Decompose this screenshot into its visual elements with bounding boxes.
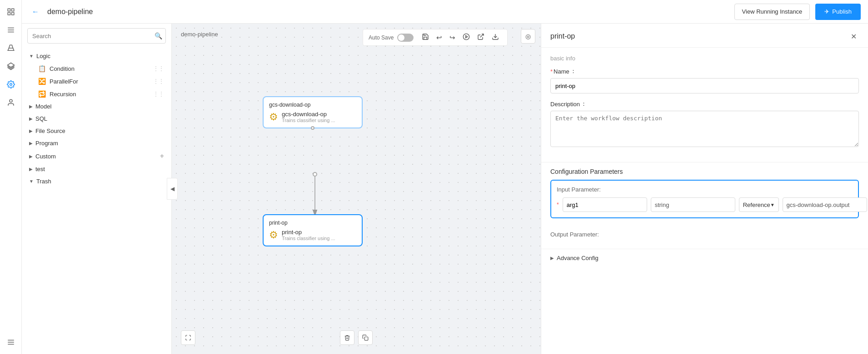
canvas-toolbar: Auto Save ↩ ↪ (363, 29, 508, 46)
svg-point-13 (464, 34, 469, 39)
config-section: Configuration Parameters Input Parameter… (541, 162, 868, 231)
close-panel-button[interactable]: ✕ (848, 31, 859, 42)
custom-group-label: Custom (35, 153, 56, 160)
name-required-mark: * (550, 68, 553, 75)
parallelfor-icon: 🔀 (38, 78, 46, 85)
group-logic[interactable]: ▼ Logic (22, 50, 171, 62)
param-row: * Reference ▼ (557, 197, 853, 212)
param-ref-select-label: Reference (743, 202, 770, 208)
model-expand-arrow: ▶ (29, 104, 33, 109)
custom-add-button[interactable]: + (160, 152, 164, 160)
sidebar-item-recursion[interactable]: 🔁 Recursion ⋮⋮ (22, 88, 171, 100)
autosave-label: Auto Save (369, 34, 394, 41)
view-running-button[interactable]: View Running Instance (734, 4, 810, 20)
redo-icon-btn[interactable]: ↪ (447, 32, 458, 44)
node-print-title: print-op (269, 220, 356, 226)
group-trash[interactable]: ▼ Trash (22, 175, 171, 187)
parallelfor-drag-icon: ⋮⋮ (153, 78, 164, 84)
svg-point-8 (10, 84, 12, 86)
menu-icon-btn[interactable] (3, 334, 19, 350)
search-icon: 🔍 (155, 32, 162, 39)
trash-expand-arrow: ▼ (29, 179, 34, 184)
save-icon-btn[interactable] (419, 31, 432, 44)
param-ref-select[interactable]: Reference ▼ (739, 197, 779, 212)
basic-info-section: basic info * Name ： Description ： (541, 48, 868, 162)
recursion-drag-icon: ⋮⋮ (153, 91, 164, 97)
param-name-input[interactable] (563, 197, 647, 212)
advance-config-label: Advance Config (557, 255, 599, 261)
gear-icon-btn[interactable] (3, 76, 19, 93)
group-test[interactable]: ▶ test (22, 163, 171, 175)
home-icon-btn[interactable] (3, 4, 19, 20)
program-group-label: Program (35, 140, 58, 147)
logic-expand-arrow: ▼ (29, 54, 34, 59)
svg-rect-19 (364, 337, 368, 340)
back-button[interactable]: ← (29, 5, 42, 18)
flask-icon-btn[interactable] (3, 40, 19, 56)
description-field: Description ： (550, 100, 859, 148)
copy-node-btn[interactable] (358, 330, 373, 345)
sidebar-item-parallelfor[interactable]: 🔀 ParallelFor ⋮⋮ (22, 75, 171, 88)
publish-label: Publish (832, 8, 852, 15)
list-icon-btn[interactable] (3, 22, 19, 38)
search-input[interactable] (27, 28, 166, 44)
param-required-mark: * (557, 202, 559, 208)
content-area: 🔍 ▼ Logic 📋 Condition ⋮⋮ 🔀 (22, 24, 868, 354)
header: ← demo-pipeline View Running Instance ✈ … (22, 0, 868, 24)
right-panel: print-op ✕ basic info * Name ： Descripti… (541, 24, 868, 354)
sql-expand-arrow: ▶ (29, 116, 33, 121)
svg-point-18 (313, 172, 317, 176)
input-param-label: Input Parameter: (557, 186, 853, 193)
publish-button[interactable]: ✈ Publish (815, 4, 861, 20)
input-param-block: Input Parameter: * Reference ▼ (550, 180, 859, 218)
output-param-section: Output Parameter: (541, 231, 868, 249)
name-field: * Name ： (550, 67, 859, 93)
advance-config-toggle[interactable]: ▶ Advance Config (550, 249, 859, 267)
condition-icon: 📋 (38, 65, 46, 72)
node-gcs-download-op[interactable]: gcs-download-op ⚙ gcs-download-op Trains… (263, 96, 363, 128)
page-title: demo-pipeline (47, 8, 729, 16)
name-input[interactable] (550, 78, 859, 93)
target-icon-btn[interactable]: ◎ (521, 29, 535, 44)
group-program[interactable]: ▶ Program (22, 137, 171, 149)
delete-node-btn[interactable] (340, 330, 354, 345)
export-icon-btn[interactable] (474, 31, 487, 44)
description-input[interactable] (550, 111, 859, 147)
svg-point-9 (10, 99, 12, 102)
import-icon-btn[interactable] (489, 31, 502, 44)
group-sql[interactable]: ▶ SQL (22, 113, 171, 125)
node-gcs-title: gcs-download-op (269, 102, 356, 108)
recursion-label: Recursion (50, 91, 76, 98)
group-filesource[interactable]: ▶ File Source (22, 125, 171, 137)
sidebar-item-condition[interactable]: 📋 Condition ⋮⋮ (22, 62, 171, 75)
name-colon: ： (570, 67, 576, 75)
right-panel-header: print-op ✕ (541, 24, 868, 48)
collapse-panel-button[interactable]: ◀ (167, 178, 178, 200)
condition-drag-icon: ⋮⋮ (153, 65, 164, 72)
autosave-toggle[interactable] (397, 34, 414, 42)
component-list: ▼ Logic 📋 Condition ⋮⋮ 🔀 ParallelFor ⋮⋮ (22, 48, 171, 354)
canvas-area: demo-pipeline Auto Save ↩ ↪ (172, 24, 541, 354)
run-icon-btn[interactable] (460, 31, 473, 44)
canvas-connections (172, 24, 541, 354)
group-custom[interactable]: ▶ Custom + (22, 149, 171, 163)
desc-field-label: Description (550, 101, 580, 108)
logic-group-label: Logic (36, 53, 50, 59)
config-title: Configuration Parameters (550, 162, 859, 180)
recursion-icon: 🔁 (38, 90, 46, 98)
node-print-op[interactable]: print-op ⚙ print-op Trains classifier us… (263, 214, 363, 246)
undo-icon-btn[interactable]: ↩ (434, 32, 445, 44)
name-field-label: Name (554, 68, 569, 75)
fit-view-btn[interactable] (181, 330, 195, 345)
param-value-input[interactable] (783, 197, 867, 212)
test-expand-arrow: ▶ (29, 167, 33, 172)
param-ref-chevron-icon: ▼ (770, 202, 775, 207)
desc-colon: ： (581, 100, 587, 108)
program-expand-arrow: ▶ (29, 141, 33, 146)
param-type-input[interactable] (651, 197, 735, 212)
user-icon-btn[interactable] (3, 94, 19, 111)
node-gcs-icon: ⚙ (269, 111, 278, 123)
canvas-label: demo-pipeline (181, 31, 218, 38)
stack-icon-btn[interactable] (3, 58, 19, 74)
group-model[interactable]: ▶ Model (22, 100, 171, 113)
